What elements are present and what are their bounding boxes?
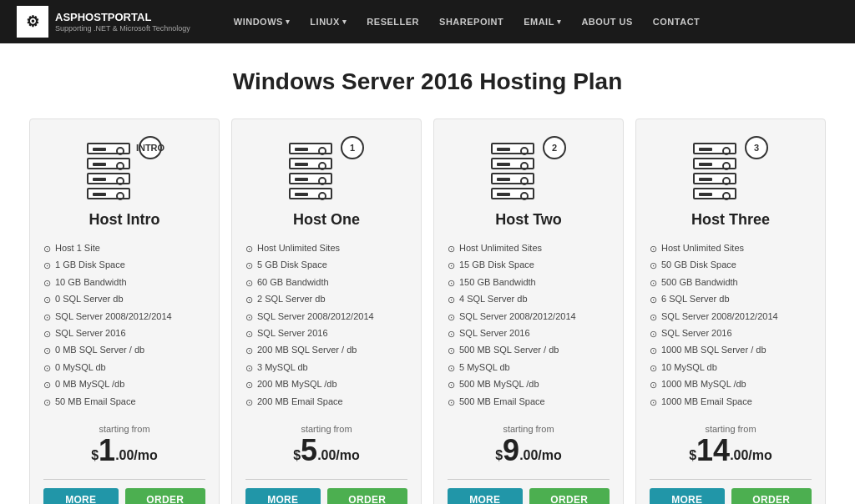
server-unit-4 bbox=[491, 188, 534, 199]
list-item: ⊙Host Unlimited Sites bbox=[448, 240, 610, 257]
check-icon: ⊙ bbox=[448, 311, 455, 324]
server-unit-3 bbox=[87, 173, 130, 184]
feature-text: 4 SQL Server db bbox=[459, 293, 528, 305]
logo-subtext: Supporting .NET & Microsoft Technology bbox=[55, 24, 190, 33]
check-icon: ⊙ bbox=[448, 362, 455, 375]
check-icon: ⊙ bbox=[448, 396, 455, 409]
feature-text: 500 GB Bandwidth bbox=[661, 276, 738, 289]
list-item: ⊙5 MySQL db bbox=[448, 360, 610, 376]
list-item: ⊙4 SQL Server db bbox=[448, 291, 610, 308]
nav-reseller[interactable]: RESELLER bbox=[357, 0, 429, 43]
list-item: ⊙500 MB SQL Server / db bbox=[448, 342, 610, 359]
check-icon: ⊙ bbox=[650, 328, 657, 340]
server-stack bbox=[491, 143, 534, 203]
feature-text: 6 SQL Server db bbox=[661, 293, 730, 305]
server-unit-4 bbox=[693, 188, 736, 199]
list-item: ⊙SQL Server 2016 bbox=[448, 325, 610, 342]
feature-text: Host 1 Site bbox=[55, 242, 100, 255]
feature-text: 0 MySQL db bbox=[55, 361, 106, 374]
list-item: ⊙50 MB Email Space bbox=[43, 394, 205, 411]
check-icon: ⊙ bbox=[245, 260, 253, 272]
feature-text: Host Unlimited Sites bbox=[661, 242, 744, 255]
list-item: ⊙10 MySQL db bbox=[650, 360, 812, 376]
nav-linux[interactable]: LINUX ▾ bbox=[300, 0, 357, 43]
price-main: 9 bbox=[503, 436, 519, 466]
price-display: $ 5 .00/mo bbox=[293, 436, 360, 466]
list-item: ⊙SQL Server 2008/2012/2014 bbox=[448, 309, 610, 325]
check-icon: ⊙ bbox=[43, 345, 51, 357]
feature-text: 150 GB Bandwidth bbox=[459, 276, 536, 289]
feature-text: SQL Server 2008/2012/2014 bbox=[459, 310, 576, 323]
list-item: ⊙500 MB Email Space bbox=[448, 394, 610, 411]
order-now-button[interactable]: Order Now bbox=[731, 488, 812, 504]
check-icon: ⊙ bbox=[43, 311, 51, 324]
more-info-button[interactable]: More Info bbox=[650, 488, 725, 504]
logo[interactable]: ⚙ ASPHOSTPORTAL Supporting .NET & Micros… bbox=[17, 6, 190, 38]
plan-badge: 2 bbox=[543, 136, 566, 159]
check-icon: ⊙ bbox=[43, 379, 51, 391]
check-icon: ⊙ bbox=[650, 277, 657, 290]
pricing-section: starting from $ 5 .00/mo bbox=[293, 424, 360, 466]
check-icon: ⊙ bbox=[245, 362, 253, 375]
feature-text: SQL Server 2008/2012/2014 bbox=[257, 310, 374, 323]
pricing-section: starting from $ 9 .00/mo bbox=[495, 424, 562, 466]
feature-text: 1000 MB MySQL /db bbox=[661, 378, 746, 391]
card-title: Host One bbox=[293, 211, 360, 229]
feature-text: 3 MySQL db bbox=[257, 361, 308, 374]
order-now-button[interactable]: Order Now bbox=[529, 488, 610, 504]
list-item: ⊙0 MB SQL Server / db bbox=[43, 342, 205, 359]
more-info-button[interactable]: More Info bbox=[43, 488, 119, 504]
list-item: ⊙0 SQL Server db bbox=[43, 291, 205, 308]
nav-email[interactable]: EMAIL ▾ bbox=[514, 0, 571, 43]
chevron-down-icon: ▾ bbox=[286, 0, 291, 43]
server-unit-1 bbox=[289, 143, 332, 154]
check-icon: ⊙ bbox=[448, 277, 455, 290]
pricing-section: starting from $ 1 .00/mo bbox=[91, 424, 158, 466]
list-item: ⊙15 GB Disk Space bbox=[448, 257, 610, 274]
server-stack bbox=[87, 143, 130, 203]
feature-text: 500 MB Email Space bbox=[459, 396, 545, 408]
list-item: ⊙SQL Server 2016 bbox=[650, 325, 812, 342]
server-unit-2 bbox=[693, 158, 736, 169]
nav-about[interactable]: ABOUT US bbox=[571, 0, 642, 43]
check-icon: ⊙ bbox=[448, 345, 455, 357]
server-unit-4 bbox=[289, 188, 332, 199]
dollar-sign: $ bbox=[293, 449, 301, 462]
server-unit-3 bbox=[289, 173, 332, 184]
feature-text: 200 MB Email Space bbox=[257, 396, 343, 408]
list-item: ⊙0 MySQL db bbox=[43, 360, 205, 376]
price-display: $ 9 .00/mo bbox=[495, 436, 562, 466]
check-icon: ⊙ bbox=[245, 311, 253, 324]
feature-text: SQL Server 2016 bbox=[459, 327, 530, 340]
list-item: ⊙Host Unlimited Sites bbox=[245, 240, 407, 257]
nav-contact[interactable]: CONTACT bbox=[643, 0, 710, 43]
main-content: Windows Server 2016 Hosting Plan INTRO H… bbox=[0, 43, 855, 504]
dollar-sign: $ bbox=[91, 449, 99, 462]
order-now-button[interactable]: Order Now bbox=[327, 488, 407, 504]
logo-text: ASPHOSTPORTAL bbox=[55, 11, 190, 24]
price-main: 5 bbox=[301, 436, 317, 466]
list-item: ⊙SQL Server 2008/2012/2014 bbox=[43, 309, 205, 325]
list-item: ⊙SQL Server 2016 bbox=[245, 325, 407, 342]
list-item: ⊙Host Unlimited Sites bbox=[650, 240, 812, 257]
feature-text: 1000 MB Email Space bbox=[661, 396, 752, 408]
feature-text: 50 MB Email Space bbox=[55, 396, 136, 408]
check-icon: ⊙ bbox=[245, 328, 253, 340]
button-row: More Info Order Now bbox=[650, 488, 812, 504]
check-icon: ⊙ bbox=[43, 328, 51, 340]
feature-text: SQL Server 2008/2012/2014 bbox=[661, 310, 778, 323]
check-icon: ⊙ bbox=[43, 362, 51, 375]
feature-list: ⊙Host 1 Site⊙1 GB Disk Space⊙10 GB Bandw… bbox=[43, 240, 205, 411]
check-icon: ⊙ bbox=[43, 260, 51, 272]
more-info-button[interactable]: More Info bbox=[245, 488, 321, 504]
list-item: ⊙SQL Server 2016 bbox=[43, 325, 205, 342]
nav-sharepoint[interactable]: SHAREPOINT bbox=[429, 0, 514, 43]
chevron-down-icon: ▾ bbox=[342, 0, 347, 43]
pricing-section: starting from $ 14 .00/mo bbox=[689, 424, 772, 466]
more-info-button[interactable]: More Info bbox=[448, 488, 523, 504]
server-unit-2 bbox=[491, 158, 534, 169]
feature-text: 60 GB Bandwidth bbox=[257, 276, 329, 289]
nav-windows[interactable]: WINDOWS ▾ bbox=[224, 0, 301, 43]
order-now-button[interactable]: Order Now bbox=[125, 488, 205, 504]
price-main: 1 bbox=[99, 436, 115, 466]
